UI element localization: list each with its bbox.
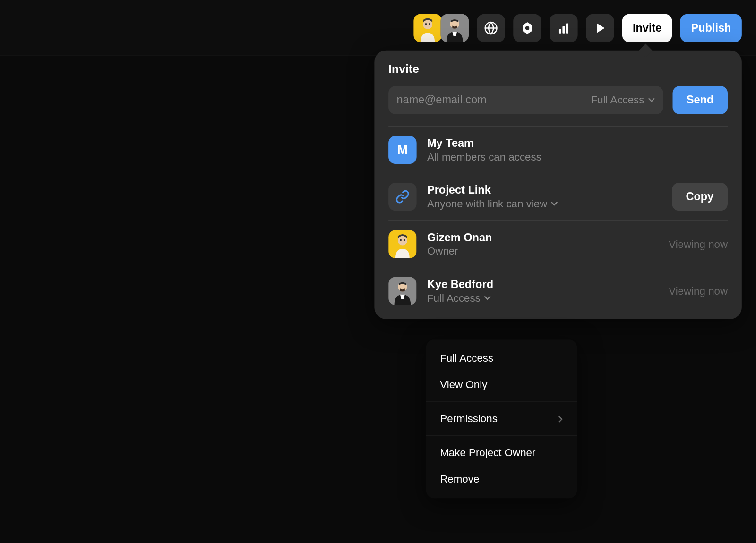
svg-point-13 <box>398 236 407 246</box>
hexagon-icon <box>520 21 534 35</box>
menu-item-label: Permissions <box>440 413 498 425</box>
avatar-face-icon <box>413 14 442 42</box>
email-input[interactable] <box>396 93 591 106</box>
publish-button-label: Publish <box>691 21 731 34</box>
user-role: Owner <box>427 245 658 257</box>
popover-title: Invite <box>388 62 728 76</box>
invite-button[interactable]: Invite <box>622 14 672 42</box>
menu-divider <box>426 402 577 402</box>
team-name: My Team <box>427 137 728 150</box>
send-button-label: Send <box>687 93 714 106</box>
access-level-dropdown[interactable]: Full Access <box>591 94 655 106</box>
link-sub-label: Anyone with link can view <box>427 198 547 210</box>
presence-avatar-2[interactable] <box>440 14 469 42</box>
globe-button[interactable] <box>477 14 505 42</box>
chevron-down-icon <box>551 202 558 206</box>
user-avatar <box>388 277 417 305</box>
user-info: Gizem Onan Owner <box>427 231 658 257</box>
team-sub: All members can access <box>427 151 728 163</box>
menu-item-label: Remove <box>440 473 479 485</box>
svg-point-14 <box>400 239 402 241</box>
send-button[interactable]: Send <box>672 86 728 114</box>
avatar-face-icon <box>388 277 417 305</box>
menu-full-access[interactable]: Full Access <box>426 346 577 372</box>
user-info: Kye Bedford Full Access <box>427 278 658 304</box>
team-info: My Team All members can access <box>427 137 728 163</box>
menu-divider <box>426 436 577 436</box>
menu-item-label: Make Project Owner <box>440 447 535 459</box>
copy-link-button[interactable]: Copy <box>672 183 728 211</box>
user-status: Viewing now <box>669 238 728 250</box>
svg-rect-9 <box>559 29 561 33</box>
invite-input-row: Full Access Send <box>388 86 728 114</box>
publish-button[interactable]: Publish <box>680 14 742 42</box>
presence-avatar-1[interactable] <box>413 14 442 42</box>
svg-rect-11 <box>566 23 568 33</box>
svg-point-15 <box>404 239 405 241</box>
team-badge: M <box>388 136 417 164</box>
user-status: Viewing now <box>669 285 728 297</box>
user-role-dropdown[interactable]: Full Access <box>427 292 658 304</box>
invite-button-label: Invite <box>633 21 662 34</box>
link-access-dropdown[interactable]: Anyone with link can view <box>427 198 661 210</box>
link-info: Project Link Anyone with link can view <box>427 184 661 210</box>
user-name: Gizem Onan <box>427 231 658 244</box>
menu-permissions[interactable]: Permissions <box>426 406 577 432</box>
copy-button-label: Copy <box>686 190 713 203</box>
svg-rect-10 <box>562 26 565 33</box>
team-row[interactable]: M My Team All members can access <box>388 127 728 173</box>
menu-view-only[interactable]: View Only <box>426 372 577 398</box>
globe-icon <box>484 21 498 35</box>
analytics-button[interactable] <box>550 14 578 42</box>
link-name: Project Link <box>427 184 661 196</box>
presence-avatars <box>413 14 469 42</box>
avatar-face-icon <box>440 14 469 42</box>
email-input-wrapper: Full Access <box>388 86 663 114</box>
team-badge-letter: M <box>397 142 408 157</box>
link-icon-badge <box>388 183 417 211</box>
svg-point-2 <box>425 23 427 25</box>
user-name: Kye Bedford <box>427 278 658 290</box>
menu-remove[interactable]: Remove <box>426 466 577 492</box>
user-avatar <box>388 230 417 258</box>
menu-item-label: Full Access <box>440 352 493 365</box>
svg-point-1 <box>423 20 432 29</box>
chevron-down-icon <box>648 98 655 102</box>
play-button[interactable] <box>586 14 614 42</box>
play-icon <box>593 21 607 35</box>
access-context-menu: Full Access View Only Permissions Make P… <box>426 339 577 498</box>
svg-point-3 <box>429 23 430 25</box>
user-row: Kye Bedford Full Access Viewing now <box>388 268 728 305</box>
user-row: Gizem Onan Owner Viewing now <box>388 221 728 267</box>
settings-button[interactable] <box>513 14 541 42</box>
user-role-label: Full Access <box>427 292 481 304</box>
avatar-face-icon <box>388 230 417 258</box>
chevron-down-icon <box>484 296 491 300</box>
chevron-right-icon <box>558 416 563 423</box>
invite-popover: Invite Full Access Send M My Team All me… <box>374 51 741 319</box>
project-link-row: Project Link Anyone with link can view C… <box>388 173 728 220</box>
svg-point-8 <box>525 26 529 30</box>
menu-item-label: View Only <box>440 379 487 391</box>
link-icon <box>395 190 410 204</box>
menu-make-owner[interactable]: Make Project Owner <box>426 440 577 466</box>
bar-chart-icon <box>557 21 571 35</box>
access-level-label: Full Access <box>591 94 644 106</box>
